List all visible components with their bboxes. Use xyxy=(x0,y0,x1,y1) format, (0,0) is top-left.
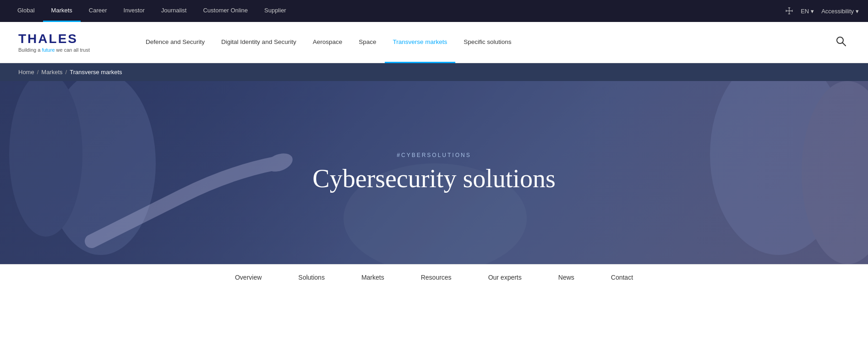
breadcrumb-bar: Home / Markets / Transverse markets xyxy=(0,63,868,81)
bottom-nav-markets[interactable]: Markets xyxy=(343,265,403,292)
bottom-nav-our-experts[interactable]: Our experts xyxy=(470,265,540,292)
breadcrumb-home[interactable]: Home xyxy=(18,69,34,76)
accessibility-selector[interactable]: Accessibility ▾ xyxy=(821,8,859,15)
language-label: EN xyxy=(801,8,809,15)
hero-section: #CYBERSOLUTIONS Cybersecurity solutions xyxy=(0,81,868,264)
top-nav-right: ☩ EN ▾ Accessibility ▾ xyxy=(785,5,859,16)
breadcrumb: Home / Markets / Transverse markets xyxy=(18,69,122,76)
top-nav-customer-online[interactable]: Customer Online xyxy=(195,0,256,22)
top-nav-global[interactable]: Global xyxy=(9,0,43,22)
tagline-highlight: future xyxy=(42,47,55,53)
tagline-after: we can all trust xyxy=(55,47,90,53)
bottom-nav-resources[interactable]: Resources xyxy=(403,265,470,292)
hero-tag: #CYBERSOLUTIONS xyxy=(312,152,555,158)
main-navigation: THALES Building a future we can all trus… xyxy=(0,22,868,63)
hero-content: #CYBERSOLUTIONS Cybersecurity solutions xyxy=(312,152,555,193)
main-nav-transverse[interactable]: Transverse markets xyxy=(385,22,456,63)
logo[interactable]: THALES Building a future we can all trus… xyxy=(18,32,101,53)
top-nav-journalist[interactable]: Journalist xyxy=(153,0,195,22)
breadcrumb-sep-1: / xyxy=(37,69,39,76)
top-nav-supplier[interactable]: Supplier xyxy=(256,0,295,22)
top-nav-markets[interactable]: Markets xyxy=(43,0,81,22)
bottom-nav-contact[interactable]: Contact xyxy=(593,265,651,292)
search-button[interactable] xyxy=(832,32,850,53)
search-icon xyxy=(836,36,846,46)
breadcrumb-current: Transverse markets xyxy=(70,69,122,76)
hero-title: Cybersecurity solutions xyxy=(312,165,555,193)
top-navigation: Global Markets Career Investor Journalis… xyxy=(0,0,868,22)
main-nav-digital-identity[interactable]: Digital Identity and Security xyxy=(213,22,305,63)
main-nav-aerospace[interactable]: Aerospace xyxy=(305,22,351,63)
logo-tagline: Building a future we can all trust xyxy=(18,47,101,53)
bottom-navigation: Overview Solutions Markets Resources Our… xyxy=(0,264,868,292)
tagline-before: Building a xyxy=(18,47,42,53)
main-nav-links: Defence and Security Digital Identity an… xyxy=(137,22,832,63)
top-nav-career[interactable]: Career xyxy=(81,0,115,22)
bottom-nav-overview[interactable]: Overview xyxy=(217,265,280,292)
main-nav-specific[interactable]: Specific solutions xyxy=(455,22,519,63)
breadcrumb-sep-2: / xyxy=(66,69,67,76)
main-nav-defence[interactable]: Defence and Security xyxy=(137,22,213,63)
accessibility-label: Accessibility xyxy=(821,8,854,15)
bottom-nav-news[interactable]: News xyxy=(540,265,593,292)
top-nav-left: Global Markets Career Investor Journalis… xyxy=(9,0,295,22)
svg-line-1 xyxy=(843,43,846,46)
globe-icon[interactable]: ☩ xyxy=(785,5,793,16)
language-dropdown-arrow: ▾ xyxy=(811,8,814,15)
bottom-nav-solutions[interactable]: Solutions xyxy=(280,265,343,292)
breadcrumb-markets[interactable]: Markets xyxy=(41,69,62,76)
hero-hand-svg xyxy=(69,127,298,264)
language-selector[interactable]: EN ▾ xyxy=(801,8,814,15)
logo-name: THALES xyxy=(18,32,101,45)
accessibility-dropdown-arrow: ▾ xyxy=(856,8,859,15)
main-nav-space[interactable]: Space xyxy=(350,22,384,63)
top-nav-investor[interactable]: Investor xyxy=(115,0,153,22)
